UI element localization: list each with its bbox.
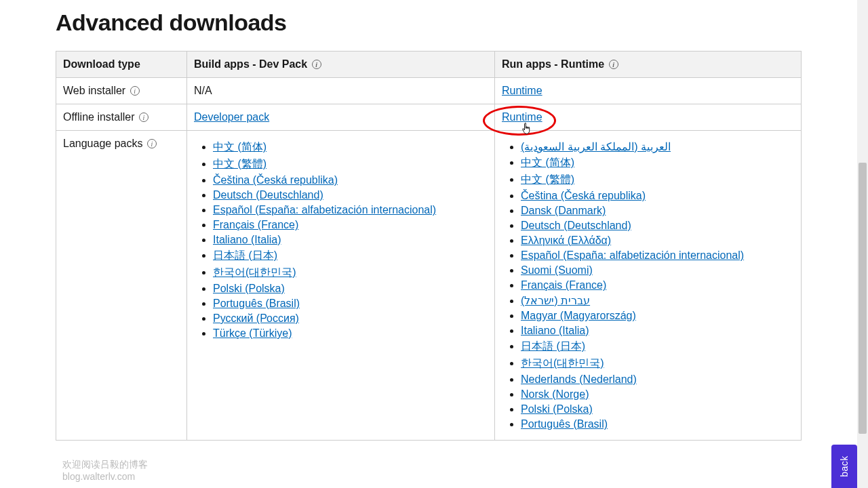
list-item: Русский (Россия): [213, 312, 488, 325]
language-pack-link[interactable]: Dansk (Danmark): [521, 205, 606, 216]
list-item: Čeština (Česká republika): [213, 174, 488, 186]
row-label: Offline installer: [63, 111, 135, 123]
list-item: Nederlands (Nederland): [521, 373, 794, 386]
language-pack-link[interactable]: Nederlands (Nederland): [521, 373, 637, 385]
list-item: Français (France): [213, 219, 488, 231]
feedback-label: back: [839, 455, 850, 477]
info-icon[interactable]: [609, 60, 618, 69]
language-pack-link[interactable]: Ελληνικά (Ελλάδα): [521, 235, 611, 246]
runtime-link-web[interactable]: Runtime: [502, 85, 542, 96]
info-icon[interactable]: [139, 113, 149, 122]
col-header-dev: Build apps - Dev Pack: [187, 52, 495, 78]
list-item: Suomi (Suomi): [521, 264, 794, 277]
language-pack-link[interactable]: Magyar (Magyarország): [521, 310, 636, 321]
language-pack-link[interactable]: Русский (Россия): [213, 312, 299, 324]
page-title: Advanced downloads: [56, 9, 857, 36]
col-header-type-label: Download type: [63, 58, 140, 70]
list-item: Italiano (Italia): [521, 325, 794, 337]
info-icon[interactable]: [130, 86, 140, 96]
downloads-table: Download type Build apps - Dev Pack Run …: [56, 51, 802, 441]
list-item: Português (Brasil): [213, 298, 488, 310]
row-label: Web installer: [63, 85, 125, 96]
outer-scrollbar[interactable]: [857, 0, 868, 488]
language-pack-link[interactable]: Português (Brasil): [521, 418, 608, 430]
language-pack-link[interactable]: 한국어(대한민국): [521, 357, 604, 369]
dev-language-list: 中文 (简体)中文 (繁體)Čeština (Česká republika)D…: [194, 140, 488, 340]
language-pack-link[interactable]: Suomi (Suomi): [521, 264, 593, 276]
language-pack-link[interactable]: Čeština (Česká republika): [213, 174, 338, 186]
list-item: العربية (المملكة العربية السعودية): [521, 140, 794, 153]
col-header-type: Download type: [56, 52, 187, 78]
list-item: 中文 (繁體): [213, 157, 488, 171]
language-pack-link[interactable]: 中文 (繁體): [521, 174, 574, 185]
list-item: Norsk (Norge): [521, 388, 794, 401]
language-pack-link[interactable]: 中文 (繁體): [213, 158, 267, 169]
table-row: Offline installer Developer pack Runtime: [56, 104, 802, 131]
language-pack-link[interactable]: Español (España: alfabetización internac…: [213, 204, 436, 216]
list-item: 中文 (繁體): [521, 173, 794, 187]
list-item: Español (España: alfabetización internac…: [213, 204, 488, 216]
info-icon[interactable]: [147, 139, 157, 148]
language-pack-link[interactable]: Français (France): [213, 219, 298, 230]
list-item: Deutsch (Deutschland): [213, 189, 488, 201]
language-pack-link[interactable]: 日本語 (日本): [213, 249, 277, 261]
list-item: עברית (ישראל): [521, 294, 794, 307]
cell-value: N/A: [194, 85, 212, 96]
table-row: Web installer N/A Runtime: [56, 78, 802, 104]
language-pack-link[interactable]: Polski (Polska): [213, 283, 285, 294]
language-pack-link[interactable]: 日本語 (日本): [521, 340, 585, 352]
language-pack-link[interactable]: Türkçe (Türkiye): [213, 327, 292, 339]
row-label: Language packs: [63, 138, 142, 149]
language-pack-link[interactable]: Deutsch (Deutschland): [213, 189, 323, 201]
list-item: Polski (Polska): [213, 283, 488, 295]
list-item: Deutsch (Deutschland): [521, 220, 794, 232]
outer-scrollbar-thumb[interactable]: [859, 163, 867, 434]
language-pack-link[interactable]: Italiano (Italia): [213, 234, 281, 245]
col-header-runtime: Run apps - Runtime: [495, 52, 802, 78]
developer-pack-link[interactable]: Developer pack: [194, 111, 269, 123]
language-pack-link[interactable]: Norsk (Norge): [521, 388, 589, 400]
list-item: Ελληνικά (Ελλάδα): [521, 235, 794, 247]
list-item: Português (Brasil): [521, 418, 794, 430]
runtime-link-offline[interactable]: Runtime: [502, 111, 542, 123]
list-item: 日本語 (日本): [213, 249, 488, 263]
list-item: 中文 (简体): [213, 140, 488, 155]
language-pack-link[interactable]: Français (France): [521, 279, 606, 291]
language-pack-link[interactable]: Čeština (Česká republika): [521, 190, 646, 201]
language-pack-link[interactable]: Deutsch (Deutschland): [521, 220, 631, 231]
col-header-dev-label: Build apps - Dev Pack: [194, 58, 307, 70]
language-pack-link[interactable]: العربية (المملكة العربية السعودية): [521, 141, 671, 152]
page-scroll[interactable]: Advanced downloads Download type Build a…: [0, 0, 857, 488]
feedback-tab[interactable]: back: [831, 445, 857, 488]
list-item: 日本語 (日本): [521, 340, 794, 354]
language-pack-link[interactable]: 中文 (简体): [213, 141, 267, 152]
list-item: Polski (Polska): [521, 403, 794, 415]
list-item: Français (France): [521, 279, 794, 291]
language-pack-link[interactable]: עברית (ישראל): [521, 295, 590, 306]
info-icon[interactable]: [312, 60, 321, 69]
list-item: Čeština (Česká republika): [521, 190, 794, 202]
list-item: Español (España: alfabetización internac…: [521, 249, 794, 262]
col-header-runtime-label: Run apps - Runtime: [502, 58, 604, 70]
runtime-language-list: العربية (المملكة العربية السعودية)中文 (简体…: [502, 140, 794, 430]
list-item: Türkçe (Türkiye): [213, 327, 488, 340]
language-pack-link[interactable]: Português (Brasil): [213, 298, 300, 309]
language-pack-link[interactable]: Español (España: alfabetización internac…: [521, 249, 744, 261]
table-row: Language packs 中文 (简体)中文 (繁體)Čeština (Če…: [56, 131, 802, 441]
language-pack-link[interactable]: 한국어(대한민국): [213, 266, 296, 278]
list-item: Dansk (Danmark): [521, 205, 794, 217]
language-pack-link[interactable]: Italiano (Italia): [521, 325, 589, 336]
list-item: Italiano (Italia): [213, 234, 488, 246]
language-pack-link[interactable]: Polski (Polska): [521, 403, 593, 415]
list-item: 한국어(대한민국): [213, 266, 488, 280]
list-item: 中文 (简体): [521, 156, 794, 170]
list-item: 한국어(대한민국): [521, 357, 794, 371]
list-item: Magyar (Magyarország): [521, 310, 794, 322]
language-pack-link[interactable]: 中文 (简体): [521, 157, 574, 168]
